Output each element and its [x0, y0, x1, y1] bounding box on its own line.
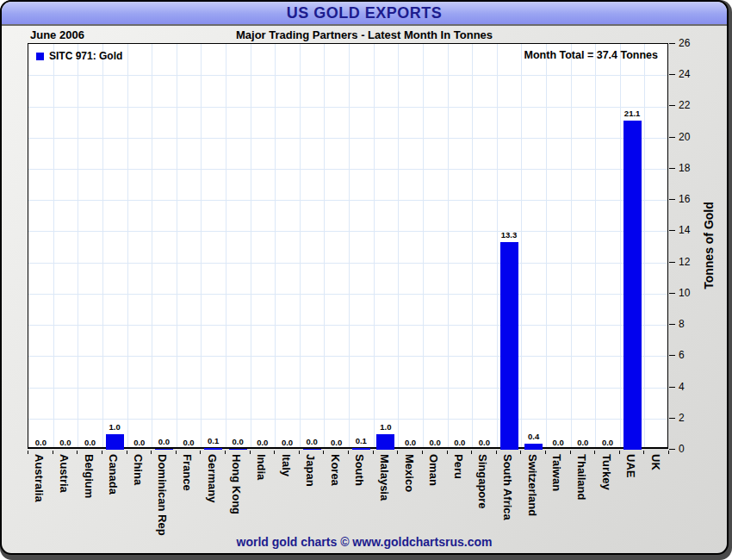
x-tick: [225, 451, 226, 454]
x-axis-label: Canada: [107, 454, 120, 495]
bar-south: [352, 448, 370, 450]
x-tick: [53, 451, 53, 454]
x-axis-label: Thailand: [575, 454, 588, 500]
y-tick: [669, 230, 675, 231]
y-tick-label: 12: [679, 256, 690, 268]
y-tick: [669, 262, 675, 263]
x-tick: [274, 451, 275, 454]
x-axis-label: Austria: [58, 454, 71, 493]
y-axis-title: Tonnes of Gold: [702, 175, 716, 316]
x-tick: [397, 451, 398, 454]
y-tick-label: 22: [679, 99, 690, 111]
bar-value-label: 21.1: [613, 109, 651, 118]
y-tick: [669, 449, 675, 450]
x-tick: [570, 451, 571, 454]
gridline-horizontal: [28, 107, 667, 108]
x-tick: [176, 451, 177, 454]
y-tick: [669, 293, 675, 294]
chart-window: US GOLD EXPORTS June 2006 Major Trading …: [0, 0, 729, 555]
y-tick: [669, 168, 675, 169]
bar-dominican-rep: [155, 449, 173, 450]
x-axis-label: Australia: [33, 454, 46, 502]
x-axis-label: Germany: [206, 454, 219, 502]
x-tick: [373, 451, 374, 454]
bar-value-label: 0.1: [342, 436, 380, 445]
x-tick: [348, 451, 349, 454]
subtitle-row: June 2006 Major Trading Partners - Lates…: [2, 28, 727, 43]
x-axis-label: Turkey: [600, 454, 613, 490]
x-axis-label: Korea: [329, 454, 342, 486]
gridline-horizontal: [28, 294, 667, 295]
x-tick: [520, 451, 521, 454]
gridline-horizontal: [28, 200, 667, 201]
x-tick: [250, 451, 251, 454]
y-tick-label: 18: [679, 162, 690, 174]
x-tick: [643, 451, 644, 454]
y-tick-label: 10: [679, 287, 690, 299]
x-tick: [200, 451, 201, 454]
x-axis-label: India: [255, 454, 268, 480]
x-tick: [323, 451, 324, 454]
x-tick: [77, 451, 78, 454]
x-axis-label: South: [353, 454, 366, 486]
gridline-horizontal: [28, 75, 667, 76]
gridline-horizontal: [28, 388, 667, 389]
x-axis-label: Mexico: [403, 454, 416, 492]
y-tick: [669, 324, 675, 325]
y-tick: [669, 43, 675, 44]
bar-value-label: 13.3: [490, 230, 528, 240]
legend-label: SITC 971: Gold: [49, 50, 122, 62]
x-tick: [668, 451, 669, 454]
y-tick-label: 8: [679, 318, 685, 330]
chart-frame: US GOLD EXPORTS June 2006 Major Trading …: [0, 0, 732, 560]
x-axis-label: Singapore: [476, 454, 489, 509]
y-tick: [669, 418, 675, 419]
x-tick: [422, 451, 423, 454]
gridline-horizontal: [28, 356, 667, 357]
y-tick: [669, 105, 675, 106]
plot-area: 0.00.00.01.00.00.00.00.10.00.00.00.00.00…: [28, 43, 668, 449]
bar-value-label: 0.0: [465, 438, 503, 447]
x-tick: [28, 451, 28, 454]
gridline-horizontal: [28, 325, 667, 326]
x-axis-label: UAE: [624, 454, 637, 477]
x-axis-label: Italy: [280, 454, 293, 476]
bar-uae: [623, 121, 642, 450]
x-axis-label: South Africa: [501, 454, 514, 520]
y-tick-label: 16: [679, 193, 690, 205]
y-tick-label: 20: [679, 131, 690, 143]
x-axis-label: Oman: [427, 454, 440, 486]
bar-value-label: 0.0: [71, 438, 109, 447]
x-tick: [299, 451, 300, 454]
x-tick: [151, 451, 152, 454]
x-axis-label: Hong Kong: [230, 454, 243, 514]
footer-credit: world gold charts © www.goldchartsrus.co…: [2, 535, 727, 549]
gridline-horizontal: [28, 263, 667, 264]
gridline-horizontal: [28, 231, 667, 232]
y-tick: [669, 137, 675, 138]
x-axis-label: Peru: [452, 454, 465, 479]
legend: SITC 971: Gold: [36, 50, 122, 62]
x-axis-label: Taiwan: [550, 454, 563, 491]
bar-value-label: 0.0: [589, 438, 627, 447]
x-axis-label: Malaysia: [378, 454, 391, 501]
bar-value-label: 1.0: [96, 422, 133, 432]
x-axis-label: Japan: [304, 454, 317, 487]
chart-subtitle: Major Trading Partners - Latest Month In…: [2, 28, 727, 41]
x-axis-label: Belgium: [83, 454, 96, 498]
x-tick: [545, 451, 546, 454]
bar-germany: [204, 448, 222, 450]
page-title: US GOLD EXPORTS: [287, 4, 443, 22]
x-axis-label: Switzerland: [526, 454, 539, 516]
bar-japan: [303, 449, 321, 450]
x-tick: [619, 451, 620, 454]
y-tick-label: 6: [679, 349, 685, 361]
y-tick: [669, 199, 675, 200]
y-tick-label: 14: [679, 224, 690, 236]
x-axis-label: Dominican Rep: [156, 454, 169, 536]
x-axis-label: UK: [649, 454, 662, 470]
y-tick-label: 2: [679, 412, 685, 424]
legend-swatch-icon: [36, 53, 44, 60]
gridline-horizontal: [28, 419, 667, 420]
x-axis-label: France: [181, 454, 194, 491]
